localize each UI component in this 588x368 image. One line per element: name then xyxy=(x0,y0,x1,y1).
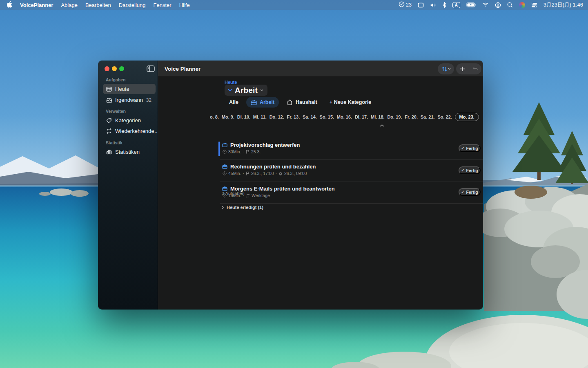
menu-bearbeiten[interactable]: Bearbeiten xyxy=(85,2,111,8)
date-item[interactable]: So. 15. xyxy=(320,114,334,119)
house-icon xyxy=(287,99,293,105)
date-item[interactable]: Sa. 21. xyxy=(421,114,435,119)
date-item[interactable]: Sa. 14. xyxy=(303,114,317,119)
menubar-app-name[interactable]: VoicePlanner xyxy=(20,2,53,8)
flag-icon xyxy=(246,171,249,175)
apple-menu-icon[interactable] xyxy=(7,1,12,9)
input-source-icon[interactable]: A xyxy=(452,2,460,8)
tab-label: Alle xyxy=(229,99,238,105)
siri-icon[interactable] xyxy=(519,2,525,8)
date-item[interactable]: o. 8. xyxy=(210,114,219,119)
task-title: Projektvorschlag entwerfen xyxy=(230,142,300,148)
calendar-icon xyxy=(103,86,115,92)
task-title: Rechnungen prüfen und bezahlen xyxy=(230,164,316,170)
battery-icon[interactable] xyxy=(466,2,476,7)
row-divider xyxy=(220,203,483,204)
row-divider xyxy=(220,182,483,182)
task-row[interactable]: Rechnungen prüfen und bezahlen 45Min. · … xyxy=(222,164,457,176)
done-label: Fertig xyxy=(466,190,478,195)
briefcase-icon xyxy=(222,186,227,191)
window-titlebar xyxy=(158,61,483,77)
close-button[interactable] xyxy=(105,66,109,71)
menubar-clock[interactable]: 3月23日(月) 1:46 xyxy=(543,2,583,9)
sidebar-item-wiederkehrende[interactable]: Wiederkehrende… xyxy=(103,126,156,136)
meta-separator: · xyxy=(275,171,277,176)
sidebar-item-statistiken[interactable]: Statistiken xyxy=(103,147,156,157)
control-center-icon[interactable] xyxy=(531,2,537,8)
sort-button[interactable] xyxy=(438,63,454,74)
check-icon: ✓ xyxy=(461,168,464,173)
chevron-up-icon xyxy=(380,124,384,127)
tab-neue-kategorie[interactable]: + Neue Kategorie xyxy=(325,97,376,108)
search-icon[interactable] xyxy=(507,2,513,8)
date-item[interactable]: Do. 12. xyxy=(270,114,284,119)
tag-icon xyxy=(103,118,115,123)
date-item[interactable]: Di. 10. xyxy=(237,114,250,119)
sidebar-section-statistik: Statistik xyxy=(106,140,122,145)
bluetooth-icon[interactable] xyxy=(443,2,446,8)
completed-section-toggle[interactable]: Heute erledigt (1) xyxy=(222,205,263,210)
date-item[interactable]: Mo. 16. xyxy=(337,114,352,119)
done-label: Fertig xyxy=(466,168,478,173)
repeat-icon xyxy=(103,128,115,134)
date-item-selected[interactable]: Mo. 23. xyxy=(455,113,479,121)
sidebar-section-verwalten: Verwalten xyxy=(106,109,126,114)
chevron-right-icon xyxy=(222,206,224,209)
done-button[interactable]: ✓ Fertig xyxy=(459,166,481,174)
category-title: Arbeit xyxy=(235,86,258,95)
date-item[interactable]: Do. 19. xyxy=(387,114,402,119)
meta-separator: · xyxy=(243,171,245,176)
menu-darstellung[interactable]: Darstellung xyxy=(119,2,146,8)
display-icon[interactable] xyxy=(418,2,424,8)
sidebar-toggle-icon[interactable] xyxy=(146,65,155,72)
row-divider xyxy=(220,159,483,160)
sidebar-item-heute[interactable]: Heute xyxy=(103,84,156,94)
sidebar-item-label: Wiederkehrende… xyxy=(115,128,159,134)
date-item[interactable]: Di. 17. xyxy=(355,114,368,119)
check-icon: ✓ xyxy=(461,190,464,194)
date-item[interactable]: Mi. 11. xyxy=(253,114,267,119)
undo-button[interactable] xyxy=(469,67,481,72)
selected-task-indicator xyxy=(218,141,220,156)
add-task-button[interactable] xyxy=(456,66,469,72)
tab-haushalt[interactable]: Haushalt xyxy=(282,97,322,108)
menu-fenster[interactable]: Fenster xyxy=(154,2,172,8)
date-item[interactable]: Mi. 18. xyxy=(371,114,385,119)
date-item[interactable]: Fr. 13. xyxy=(287,114,300,119)
zoom-button[interactable] xyxy=(119,66,124,71)
date-item[interactable]: So. 22. xyxy=(437,114,452,119)
category-tabs: Alle Arbeit Haushalt + Neue Kategorie xyxy=(225,97,376,108)
user-account-icon[interactable] xyxy=(495,2,501,8)
sidebar-section-aufgaben: Aufgaben xyxy=(106,77,125,82)
task-row[interactable]: Projektvorschlag entwerfen 30Min. · 25.3… xyxy=(222,142,457,154)
sidebar-item-irgendwann[interactable]: Irgendwann 32 xyxy=(103,95,156,105)
category-dropdown[interactable]: Arbeit xyxy=(225,85,267,96)
tab-label: Arbeit xyxy=(260,99,274,105)
voiceplanner-window: Aufgaben Heute Irgendwann 32 Verwalten K… xyxy=(98,61,483,310)
task-duration: 45Min. xyxy=(228,171,241,176)
tab-arbeit[interactable]: Arbeit xyxy=(246,97,279,108)
briefcase-icon xyxy=(222,143,227,147)
todo-status-item[interactable]: 23 xyxy=(399,1,412,9)
minimize-button[interactable] xyxy=(112,66,117,71)
window-controls xyxy=(105,66,124,71)
date-item[interactable]: Mo. 9. xyxy=(222,114,234,119)
date-item[interactable]: Fr. 20. xyxy=(405,114,418,119)
sidebar-item-kategorien[interactable]: Kategorien xyxy=(103,115,156,126)
volume-icon[interactable] xyxy=(430,2,437,8)
collapse-datestrip-button[interactable] xyxy=(379,123,385,128)
tab-alle[interactable]: Alle xyxy=(225,97,243,108)
done-button[interactable]: ✓ Fertig xyxy=(459,188,481,196)
menu-hilfe[interactable]: Hilfe xyxy=(179,2,190,8)
repeat-icon xyxy=(246,194,250,197)
main-content: Voice Planner Heute Arbeit Alle xyxy=(158,61,483,310)
done-button[interactable]: ✓ Fertig xyxy=(459,144,481,152)
sidebar-item-label: Heute xyxy=(115,86,129,92)
sidebar: Aufgaben Heute Irgendwann 32 Verwalten K… xyxy=(98,61,158,310)
meta-separator: · xyxy=(243,149,245,154)
inbox-tray-icon xyxy=(103,97,115,103)
wifi-icon[interactable] xyxy=(482,2,489,7)
task-row[interactable]: Morgens E-Mails prüfen und beantworten 1… xyxy=(222,186,457,198)
menu-ablage[interactable]: Ablage xyxy=(61,2,77,8)
bell-icon xyxy=(278,171,283,175)
